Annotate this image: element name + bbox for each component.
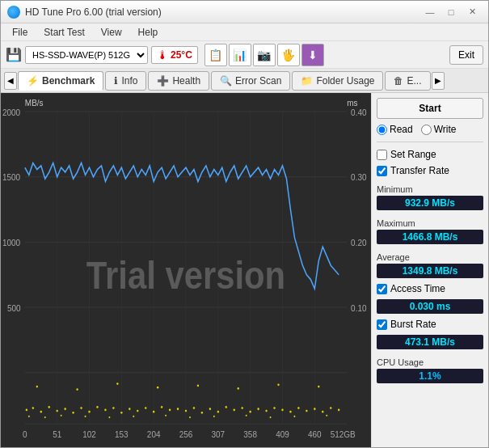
read-radio[interactable] [377, 125, 387, 135]
svg-text:0.20: 0.20 [351, 237, 366, 247]
svg-point-51 [234, 409, 235, 412]
main-content: 2000 1500 1000 500 0.40 0.30 0.20 0.10 M… [1, 93, 488, 447]
title-bar-left: HD Tune Pro 6.00 (trial version) [7, 6, 162, 19]
svg-text:2000: 2000 [2, 107, 20, 117]
access-time-checkbox[interactable] [377, 284, 387, 294]
minimize-button[interactable]: — [420, 4, 440, 20]
tab-info[interactable]: ℹ Info [105, 71, 146, 91]
set-range-label: Set Range [390, 149, 436, 160]
svg-point-72 [318, 386, 319, 388]
toolbar-btn-4[interactable]: 🖐 [277, 44, 300, 66]
maximize-button[interactable]: □ [441, 4, 461, 20]
svg-point-26 [32, 407, 34, 409]
svg-text:1000: 1000 [2, 237, 20, 247]
access-time-row: Access Time [377, 283, 483, 294]
svg-point-42 [161, 406, 162, 408]
menu-bar: File Start Test View Help [1, 23, 488, 41]
tab-error-scan[interactable]: 🔍 Error Scan [211, 71, 290, 91]
svg-text:512GB: 512GB [331, 429, 356, 440]
access-time-value: 0.030 ms [377, 299, 483, 314]
svg-point-85 [326, 415, 327, 416]
tab-prev-button[interactable]: ◀ [4, 72, 17, 90]
info-tab-label: Info [121, 75, 137, 87]
minimum-stat: Minimum 932.9 MB/s [377, 181, 483, 210]
svg-point-31 [72, 412, 74, 414]
svg-text:409: 409 [276, 429, 289, 440]
read-radio-label[interactable]: Read [377, 124, 413, 135]
menu-view[interactable]: View [95, 25, 129, 40]
menu-start-test[interactable]: Start Test [37, 25, 91, 40]
svg-point-38 [129, 408, 130, 410]
window-title: HD Tune Pro 6.00 (trial version) [25, 6, 162, 18]
svg-point-35 [104, 409, 106, 412]
title-bar: HD Tune Pro 6.00 (trial version) — □ ✕ [1, 1, 488, 23]
toolbar-btn-5[interactable]: ⬇ [301, 44, 324, 66]
svg-point-28 [48, 406, 50, 408]
toolbar-btn-3[interactable]: 📷 [253, 44, 276, 66]
tab-benchmark[interactable]: ⚡ Benchmark [18, 71, 103, 91]
svg-point-41 [153, 411, 154, 413]
svg-point-33 [88, 411, 90, 413]
toolbar-icon-group: 📋 📊 📷 🖐 ⬇ [204, 44, 324, 66]
burst-rate-checkbox[interactable] [377, 319, 387, 330]
svg-point-56 [273, 407, 275, 409]
tab-health[interactable]: ➕ Health [148, 71, 209, 91]
svg-text:Trial version: Trial version [86, 253, 285, 298]
burst-rate-value: 473.1 MB/s [377, 335, 483, 349]
tab-next-button[interactable]: ▶ [432, 72, 445, 90]
temperature-value: 25°C [171, 49, 192, 61]
write-radio-label[interactable]: Write [421, 124, 457, 135]
svg-point-53 [249, 411, 251, 413]
drive-icon: 💾 [6, 47, 22, 62]
nav-tabs: ◀ ⚡ Benchmark ℹ Info ➕ Health 🔍 Error Sc… [1, 69, 488, 93]
error-scan-tab-icon: 🔍 [220, 75, 232, 87]
close-button[interactable]: ✕ [462, 4, 482, 20]
cpu-usage-stat: CPU Usage 1.1% [377, 354, 483, 383]
write-radio[interactable] [421, 125, 432, 135]
average-stat: Average 1349.8 MB/s [377, 249, 483, 278]
sidebar: Start Read Write Set Range Transfer Rate [371, 93, 488, 447]
maximum-label: Maximum [377, 218, 483, 228]
benchmark-tab-label: Benchmark [42, 75, 95, 87]
menu-help[interactable]: Help [132, 25, 165, 40]
toolbar-btn-2[interactable]: 📊 [229, 44, 251, 66]
svg-point-68 [157, 387, 158, 389]
read-write-radio-group: Read Write [377, 124, 483, 135]
svg-text:0.10: 0.10 [351, 302, 366, 313]
burst-rate-stat: 473.1 MB/s [377, 335, 483, 349]
svg-text:204: 204 [147, 429, 161, 440]
svg-point-74 [44, 416, 46, 418]
transfer-rate-checkbox[interactable] [377, 166, 387, 176]
svg-point-78 [133, 416, 134, 417]
exit-button[interactable]: Exit [449, 45, 483, 65]
menu-file[interactable]: File [6, 25, 34, 40]
svg-point-76 [85, 416, 86, 417]
svg-point-57 [281, 409, 283, 412]
svg-point-36 [112, 407, 114, 409]
svg-point-30 [64, 408, 65, 410]
burst-rate-row: Burst Rate [377, 319, 483, 330]
svg-point-75 [61, 415, 62, 416]
svg-point-67 [116, 382, 118, 385]
toolbar-btn-1[interactable]: 📋 [204, 44, 227, 66]
svg-point-64 [338, 409, 339, 412]
drive-dropdown[interactable]: HS-SSD-WAVE(P) 512G [25, 46, 148, 64]
average-label: Average [377, 252, 483, 262]
set-range-checkbox[interactable] [377, 150, 387, 160]
more-tab-icon: 🗑 [394, 75, 403, 87]
benchmark-chart: 2000 1500 1000 500 0.40 0.30 0.20 0.10 M… [1, 93, 371, 447]
svg-point-60 [306, 410, 307, 412]
svg-text:358: 358 [243, 429, 257, 440]
write-label: Write [434, 124, 457, 135]
health-tab-icon: ➕ [157, 75, 169, 87]
svg-point-61 [314, 408, 315, 410]
temperature-badge: 🌡 25°C [151, 46, 198, 64]
tab-folder-usage[interactable]: 📁 Folder Usage [292, 71, 383, 91]
svg-text:0.40: 0.40 [351, 107, 366, 117]
start-button[interactable]: Start [377, 98, 483, 119]
svg-point-77 [108, 416, 110, 418]
average-value: 1349.8 MB/s [377, 264, 483, 278]
svg-text:ms: ms [347, 97, 357, 108]
tab-more[interactable]: 🗑 E... [385, 71, 430, 91]
access-time-stat: 0.030 ms [377, 299, 483, 314]
